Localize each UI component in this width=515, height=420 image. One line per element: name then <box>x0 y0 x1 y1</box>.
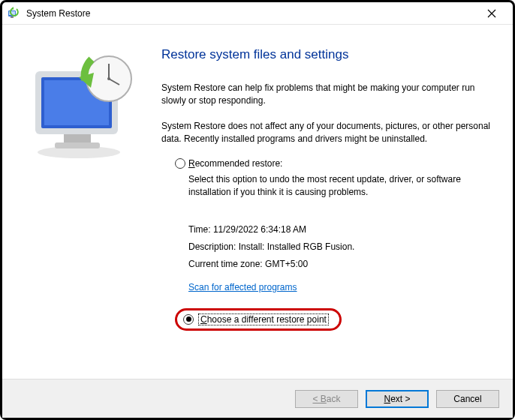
cancel-button[interactable]: Cancel <box>436 390 499 408</box>
choose-different-option-highlight: Choose a different restore point <box>175 308 342 331</box>
back-button: < Back <box>295 390 358 408</box>
radio-unchecked-icon <box>175 158 185 169</box>
content-area: Restore system files and settings System… <box>2 25 513 379</box>
recommended-restore-label: Recommended restore: <box>188 158 282 169</box>
page-heading: Restore system files and settings <box>161 47 493 62</box>
restore-options: Recommended restore: Select this option … <box>175 158 493 331</box>
recommended-restore-desc: Select this option to undo the most rece… <box>188 173 493 200</box>
detail-timezone: Current time zone: GMT+5:00 <box>188 256 493 273</box>
system-restore-window: System Restore R <box>0 0 515 420</box>
svg-rect-6 <box>55 142 100 148</box>
next-button[interactable]: Next > <box>366 390 429 408</box>
wizard-footer: < Back Next > Cancel <box>2 379 513 418</box>
illustration-pane <box>20 43 155 371</box>
intro-text-1: System Restore can help fix problems tha… <box>161 82 493 108</box>
restore-illustration-icon <box>20 49 140 161</box>
detail-description: Description: Install: Installed RGB Fusi… <box>188 238 493 256</box>
intro-text-2: System Restore does not affect any of yo… <box>161 120 493 146</box>
radio-checked-icon[interactable] <box>183 314 194 325</box>
detail-time: Time: 11/29/2022 6:34:18 AM <box>188 221 493 238</box>
scan-affected-link[interactable]: Scan for affected programs <box>188 279 297 296</box>
titlebar: System Restore <box>2 2 513 25</box>
main-pane: Restore system files and settings System… <box>155 43 493 371</box>
svg-rect-2 <box>11 16 14 18</box>
recommended-restore-option[interactable]: Recommended restore: <box>175 158 493 169</box>
system-restore-icon <box>7 7 20 20</box>
window-title: System Restore <box>26 8 477 19</box>
choose-different-label[interactable]: Choose a different restore point <box>198 314 329 326</box>
restore-point-details: Time: 11/29/2022 6:34:18 AM Description:… <box>188 221 493 308</box>
close-button[interactable] <box>477 3 507 24</box>
